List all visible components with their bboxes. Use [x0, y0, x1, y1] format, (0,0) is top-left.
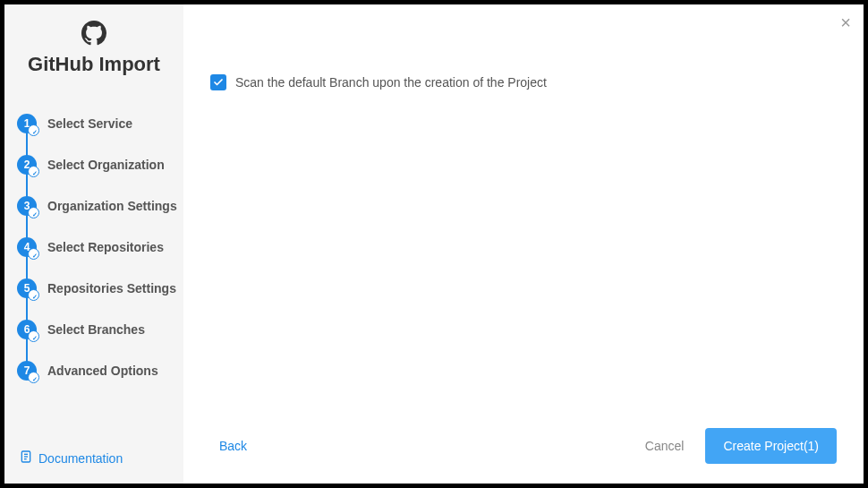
create-project-button[interactable]: Create Project(1) — [705, 428, 837, 464]
scan-checkbox-label: Scan the default Branch upon the creatio… — [235, 75, 547, 90]
sidebar-title: GitHub Import — [4, 53, 183, 76]
check-icon: ✓ — [32, 170, 38, 176]
step-badge: 3 ✓ — [17, 196, 37, 216]
steps-list: 1 ✓ Select Service 2 ✓ Select Organizati… — [4, 103, 183, 433]
sidebar-footer: Documentation — [4, 433, 183, 484]
sidebar: GitHub Import 1 ✓ Select Service 2 ✓ Sel… — [4, 4, 183, 484]
scan-checkbox-row: Scan the default Branch upon the creatio… — [210, 74, 837, 90]
step-number: 2 — [24, 158, 30, 171]
check-icon: ✓ — [32, 129, 38, 135]
step-badge: 2 ✓ — [17, 155, 37, 175]
step-number: 1 — [24, 117, 30, 130]
check-icon: ✓ — [32, 376, 38, 382]
step-label: Select Service — [47, 116, 132, 131]
cancel-button[interactable]: Cancel — [645, 439, 685, 453]
scan-checkbox[interactable] — [210, 74, 226, 90]
check-icon: ✓ — [32, 253, 38, 259]
back-button[interactable]: Back — [219, 439, 247, 453]
step-number: 5 — [24, 282, 30, 295]
main-panel: Scan the default Branch upon the creatio… — [183, 4, 864, 484]
step-label: Repositories Settings — [47, 281, 176, 295]
step-select-branches[interactable]: 6 ✓ Select Branches — [17, 309, 183, 350]
github-icon — [81, 21, 106, 49]
step-badge: 1 ✓ — [17, 114, 37, 133]
step-number: 4 — [24, 241, 30, 253]
step-number: 6 — [24, 323, 30, 336]
step-label: Organization Settings — [47, 199, 177, 213]
main-content: Scan the default Branch upon the creatio… — [183, 4, 864, 412]
check-icon: ✓ — [32, 211, 38, 218]
sidebar-header: GitHub Import — [4, 21, 183, 76]
step-badge: 4 ✓ — [17, 237, 37, 257]
footer-right: Cancel Create Project(1) — [645, 428, 837, 464]
step-select-service[interactable]: 1 ✓ Select Service — [17, 103, 183, 144]
step-label: Select Branches — [47, 322, 145, 337]
step-badge: 6 ✓ — [17, 320, 37, 339]
check-icon: ✓ — [32, 335, 38, 341]
import-modal: × GitHub Import 1 ✓ Select Service 2 — [4, 4, 864, 484]
step-badge: 7 ✓ — [17, 361, 37, 381]
step-label: Select Repositories — [47, 240, 164, 254]
step-label: Advanced Options — [47, 364, 158, 378]
documentation-link[interactable]: Documentation — [38, 451, 123, 466]
step-select-organization[interactable]: 2 ✓ Select Organization — [17, 144, 183, 185]
step-label: Select Organization — [47, 158, 165, 172]
footer: Back Cancel Create Project(1) — [183, 412, 864, 484]
check-icon: ✓ — [32, 294, 38, 300]
step-badge: 5 ✓ — [17, 278, 37, 298]
step-repositories-settings[interactable]: 5 ✓ Repositories Settings — [17, 268, 183, 309]
step-organization-settings[interactable]: 3 ✓ Organization Settings — [17, 185, 183, 227]
step-advanced-options[interactable]: 7 ✓ Advanced Options — [17, 350, 183, 391]
step-number: 7 — [24, 364, 30, 377]
step-select-repositories[interactable]: 4 ✓ Select Repositories — [17, 227, 183, 268]
step-number: 3 — [24, 200, 30, 212]
document-icon — [19, 449, 33, 467]
close-icon[interactable]: × — [840, 13, 851, 31]
